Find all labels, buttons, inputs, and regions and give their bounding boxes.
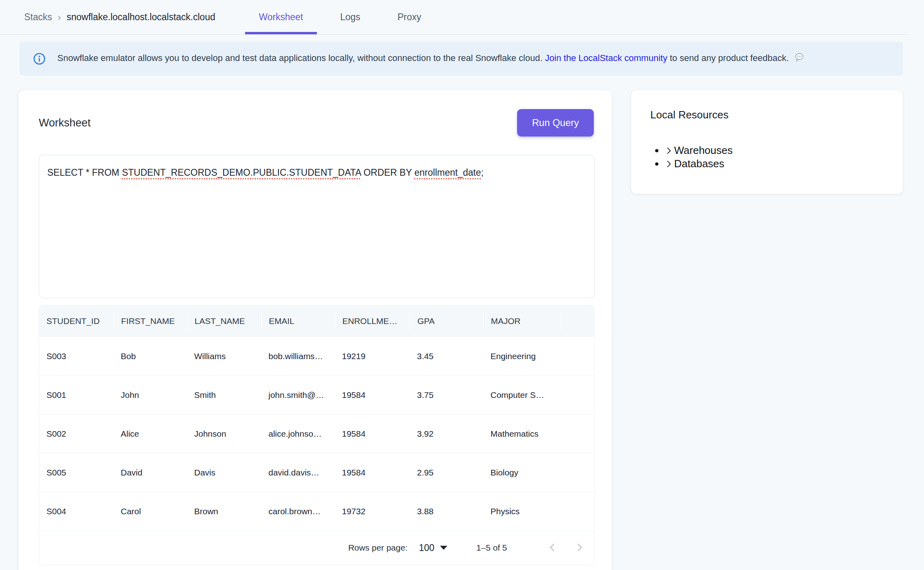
table-cell: john.smith@… (261, 390, 335, 400)
table-cell: 3.45 (410, 351, 483, 361)
next-page-button[interactable] (571, 539, 589, 557)
table-cell: david.davis… (261, 468, 335, 477)
rows-per-page-select[interactable]: 100 (419, 543, 447, 553)
table-row: S003BobWilliamsbob.williams…192193.45Eng… (39, 337, 594, 376)
sql-segment: SELECT * FROM (47, 167, 122, 178)
table-cell: S005 (39, 468, 113, 477)
breadcrumb-current-stack: snowflake.localhost.localstack.cloud (67, 12, 215, 23)
info-icon (33, 53, 46, 65)
rows-per-page-label: Rows per page: (348, 543, 408, 553)
resource-item-label: Databases (674, 157, 724, 170)
table-body: S003BobWilliamsbob.williams…192193.45Eng… (39, 337, 594, 531)
table-cell: Bob (113, 351, 187, 361)
table-cell: Mathematics (483, 429, 561, 439)
table-row: S001JohnSmithjohn.smith@…195843.75Comput… (39, 376, 594, 414)
speech-bubble-icon (794, 53, 804, 65)
table-pagination: Rows per page: 100 1–5 of 5 (39, 531, 594, 565)
table-cell: S003 (39, 351, 113, 361)
table-cell: bob.williams… (261, 351, 335, 361)
results-table: STUDENT_IDFIRST_NAMELAST_NAMEEMAILENROLL… (39, 305, 595, 565)
banner-text-after: to send any product feedback. (667, 53, 789, 63)
table-cell: 19219 (335, 351, 410, 361)
table-cell: alice.johnso… (261, 429, 335, 439)
chevron-right-icon (574, 542, 585, 554)
column-header-lastname: LAST_NAME (187, 312, 261, 330)
table-cell: Brown (187, 507, 261, 516)
dropdown-caret-icon (440, 546, 447, 550)
breadcrumb: Stacks › snowflake.localhost.localstack.… (24, 0, 215, 34)
table-cell: S001 (39, 390, 113, 400)
sql-segment: ORDER BY (361, 167, 415, 178)
sql-editor[interactable]: SELECT * FROM STUDENT_RECORDS_DEMO.PUBLI… (39, 155, 595, 298)
column-header-enrollme: ENROLLME… (335, 312, 410, 330)
worksheet-header: Worksheet Run Query (39, 108, 594, 138)
run-query-button[interactable]: Run Query (517, 109, 594, 137)
table-cell: John (113, 390, 187, 400)
column-header-firstname: FIRST_NAME (113, 312, 187, 330)
main-content: Worksheet Run Query SELECT * FROM STUDEN… (18, 90, 924, 570)
previous-page-button[interactable] (543, 539, 561, 557)
tab-worksheet[interactable]: Worksheet (245, 0, 317, 34)
table-cell: 19584 (335, 468, 410, 477)
chevron-right-icon (664, 160, 673, 168)
table-cell: Williams (187, 351, 261, 361)
table-cell: Engineering (483, 351, 561, 361)
top-navigation-bar: Stacks › snowflake.localhost.localstack.… (0, 0, 908, 35)
table-cell: David (113, 468, 187, 477)
rows-per-page-value: 100 (419, 543, 434, 553)
breadcrumb-stacks-link[interactable]: Stacks (24, 12, 52, 23)
table-cell: Computer S… (483, 390, 561, 400)
table-cell: S004 (39, 507, 113, 516)
resource-item-databases[interactable]: Databases (650, 157, 890, 170)
column-header-gpa: GPA (410, 312, 483, 330)
table-cell: Physics (483, 507, 561, 516)
banner-text-before: Snowflake emulator allows you to develop… (57, 53, 545, 63)
tab-proxy[interactable]: Proxy (384, 0, 435, 34)
worksheet-panel: Worksheet Run Query SELECT * FROM STUDEN… (18, 90, 612, 570)
local-resources-list: WarehousesDatabases (650, 144, 890, 170)
banner-text: Snowflake emulator allows you to develop… (57, 53, 804, 65)
table-cell: 19584 (335, 429, 410, 439)
resource-item-warehouses[interactable]: Warehouses (650, 144, 890, 157)
column-header-spacer (561, 312, 595, 330)
chevron-left-icon (547, 542, 558, 554)
local-resources-panel: Local Resources WarehousesDatabases (631, 90, 903, 194)
info-banner: Snowflake emulator allows you to develop… (19, 42, 903, 76)
column-header-major: MAJOR (483, 312, 561, 330)
table-cell: 19584 (335, 390, 410, 400)
resource-item-label: Warehouses (674, 144, 733, 157)
table-cell: 2.95 (410, 468, 483, 477)
column-header-email: EMAIL (261, 312, 335, 330)
table-cell: 3.75 (410, 390, 483, 400)
sql-identifier: STUDENT_RECORDS_DEMO.PUBLIC.STUDENT_DATA (122, 167, 361, 178)
table-cell: Davis (187, 468, 261, 477)
tab-bar: WorksheetLogsProxy (245, 0, 435, 34)
table-cell: carol.brown… (261, 507, 335, 516)
community-link[interactable]: Join the LocalStack community (545, 53, 667, 63)
table-row: S002AliceJohnsonalice.johnso…195843.92Ma… (39, 414, 594, 453)
sql-segment: ; (481, 167, 483, 178)
table-cell: Johnson (187, 429, 261, 439)
table-cell: 3.88 (410, 507, 483, 516)
table-cell: 3.92 (410, 429, 483, 439)
table-cell: S002 (39, 429, 113, 439)
table-row: S005DavidDavisdavid.davis…195842.95Biolo… (39, 453, 594, 492)
table-header-row: STUDENT_IDFIRST_NAMELAST_NAMEEMAILENROLL… (39, 305, 594, 337)
breadcrumb-separator-icon: › (58, 12, 61, 23)
table-cell: Smith (187, 390, 261, 400)
table-cell: 19732 (335, 507, 410, 516)
column-header-studentid: STUDENT_ID (39, 312, 113, 330)
sql-query-text: SELECT * FROM STUDENT_RECORDS_DEMO.PUBLI… (47, 166, 586, 179)
local-resources-title: Local Resources (650, 109, 890, 121)
table-cell: Biology (483, 468, 561, 477)
pagination-range-label: 1–5 of 5 (476, 543, 507, 553)
chevron-right-icon (664, 146, 673, 155)
tab-logs[interactable]: Logs (327, 0, 374, 34)
table-cell: Alice (113, 429, 187, 439)
worksheet-title: Worksheet (39, 117, 91, 129)
sql-identifier: enrollment_date (415, 167, 481, 178)
table-cell: Carol (113, 507, 187, 516)
table-row: S004CarolBrowncarol.brown…197323.88Physi… (39, 492, 594, 531)
